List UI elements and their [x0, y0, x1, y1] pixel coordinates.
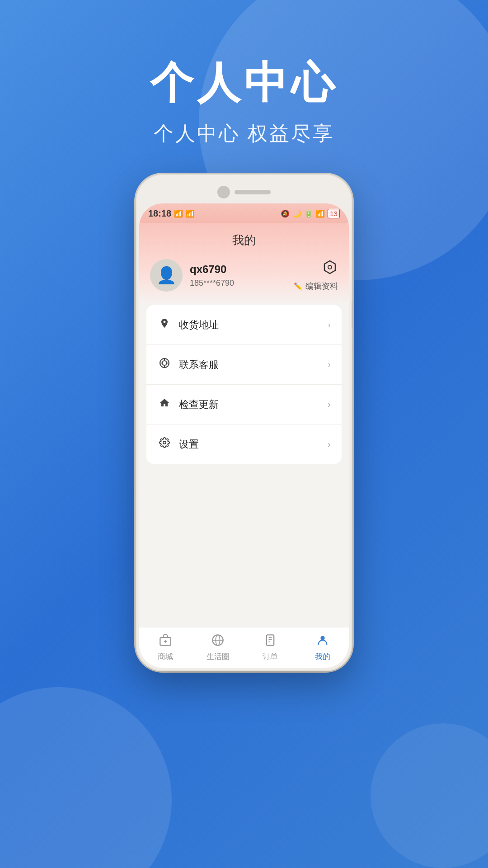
nav-item-life-circle[interactable]: 生活圈 [192, 627, 244, 668]
nav-item-mine[interactable]: 我的 [296, 627, 349, 668]
mine-nav-icon [316, 634, 329, 650]
profile-text: qx6790 185****6790 [190, 263, 234, 288]
nav-item-orders[interactable]: 订单 [244, 627, 296, 668]
hex-icon [323, 260, 337, 274]
profile-username: qx6790 [190, 263, 234, 276]
edit-icon: ✏️ [294, 282, 303, 291]
bg-decoration-bottom-left [0, 687, 172, 868]
profile-card: 我的 👤 qx6790 185****6790 [139, 223, 349, 305]
check-update-chevron: › [328, 399, 331, 410]
moon-icon: 🌙 [292, 209, 301, 218]
bg-decoration-bottom-right [371, 723, 488, 868]
orders-nav-label: 订单 [263, 651, 278, 662]
settings-icon [157, 437, 172, 451]
menu-item-left: 收货地址 [157, 318, 219, 332]
phone-frame: 18:18 📶 📶 🔕 🌙 🔋 📶 13 我的 [136, 174, 352, 671]
profile-phone: 185****6790 [190, 278, 234, 288]
battery-save-icon: 🔋 [304, 209, 313, 218]
menu-item-left: 联系客服 [157, 358, 219, 372]
mine-nav-label: 我的 [315, 651, 330, 662]
content-spacer [139, 464, 349, 627]
edit-profile-label: 编辑资料 [305, 281, 338, 292]
edit-profile-button[interactable]: ✏️ 编辑资料 [294, 281, 338, 292]
svg-point-1 [328, 265, 332, 269]
shop-nav-icon [159, 634, 172, 650]
avatar-icon: 👤 [156, 266, 177, 285]
phone-mockup: 18:18 📶 📶 🔕 🌙 🔋 📶 13 我的 [0, 174, 488, 671]
menu-item-left: 设置 [157, 437, 199, 451]
profile-card-title: 我的 [150, 232, 338, 248]
menu-section: 收货地址 › [146, 305, 342, 464]
network-icon-2: 📶 [186, 209, 195, 218]
page-title: 个人中心 [0, 54, 488, 113]
avatar: 👤 [150, 259, 183, 292]
phone-side-button [352, 301, 352, 328]
address-icon [157, 318, 172, 332]
phone-camera [217, 186, 230, 198]
phone-notch [136, 174, 352, 210]
shop-nav-label: 商城 [158, 651, 173, 662]
network-icon-1: 📶 [174, 209, 183, 218]
page-subtitle: 个人中心 权益尽享 [0, 120, 488, 147]
customer-service-icon [157, 358, 172, 372]
nav-item-shop[interactable]: 商城 [139, 627, 192, 668]
profile-right: ✏️ 编辑资料 [294, 259, 338, 292]
phone-speaker [235, 190, 271, 194]
customer-service-label: 联系客服 [179, 358, 219, 372]
svg-point-8 [163, 441, 166, 444]
settings-label: 设置 [179, 438, 199, 451]
settings-chevron: › [328, 439, 331, 449]
bottom-nav: 商城 生活圈 [139, 627, 349, 668]
menu-item-settings[interactable]: 设置 › [146, 425, 342, 464]
phone-screen: 18:18 📶 📶 🔕 🌙 🔋 📶 13 我的 [139, 203, 349, 668]
menu-item-address[interactable]: 收货地址 › [146, 305, 342, 345]
page-header: 个人中心 个人中心 权益尽享 [0, 0, 488, 147]
svg-rect-15 [267, 635, 274, 645]
profile-left: 👤 qx6790 185****6790 [150, 259, 234, 292]
life-circle-nav-icon [211, 634, 224, 650]
orders-nav-icon [264, 634, 277, 650]
check-update-label: 检查更新 [179, 398, 219, 411]
address-chevron: › [328, 320, 331, 330]
update-icon [157, 397, 172, 411]
life-circle-nav-label: 生活圈 [206, 651, 230, 662]
menu-item-customer-service[interactable]: 联系客服 › [146, 345, 342, 385]
profile-info-row: 👤 qx6790 185****6790 [150, 259, 338, 292]
settings-hex-button[interactable] [322, 259, 338, 275]
svg-point-19 [320, 636, 324, 640]
menu-item-check-update[interactable]: 检查更新 › [146, 385, 342, 425]
wifi-icon: 📶 [316, 209, 325, 218]
customer-service-chevron: › [328, 359, 331, 370]
menu-item-left: 检查更新 [157, 397, 219, 411]
mute-icon: 🔕 [281, 209, 290, 218]
app-content: 我的 👤 qx6790 185****6790 [139, 223, 349, 668]
svg-marker-0 [324, 261, 335, 274]
svg-point-3 [162, 361, 167, 365]
address-label: 收货地址 [179, 318, 219, 332]
